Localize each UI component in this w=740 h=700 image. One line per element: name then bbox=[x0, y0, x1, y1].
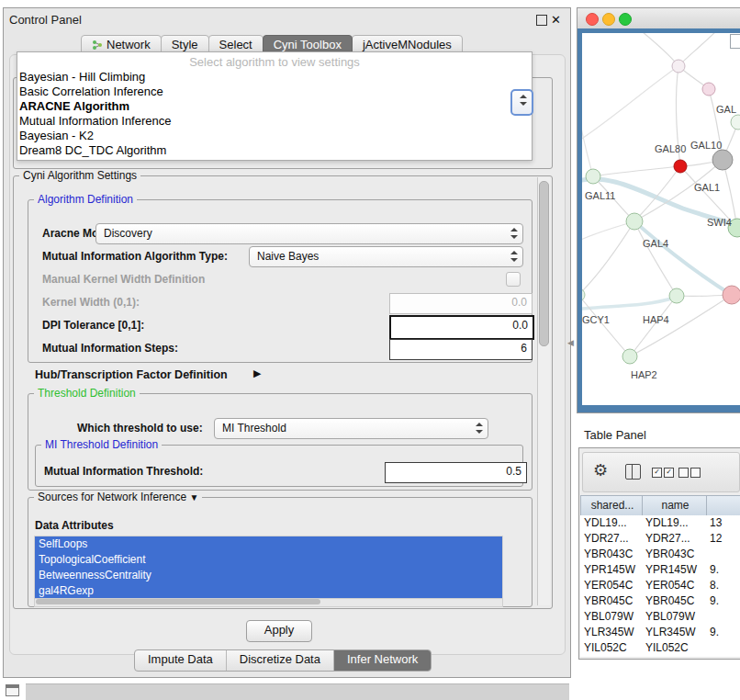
table-row[interactable]: YDR27...YDR27...12 bbox=[580, 531, 740, 547]
graph-node[interactable] bbox=[582, 288, 585, 301]
algorithm-option[interactable]: Bayesian - Hill Climbing bbox=[17, 70, 532, 85]
table-cell: YBR045C bbox=[580, 593, 642, 609]
table-cell: YER054C bbox=[642, 578, 706, 593]
node-label: GAL11 bbox=[585, 190, 615, 201]
node-label: SWI4 bbox=[707, 217, 732, 228]
control-panel-titlebar[interactable]: Control Panel ✕ bbox=[4, 8, 570, 30]
algorithm-option[interactable]: Dream8 DC_TDC Algorithm bbox=[17, 143, 532, 158]
table-row[interactable]: YER054CYER054C8. bbox=[580, 578, 740, 593]
table-cell: 13 bbox=[706, 515, 740, 531]
manual-kernel-checkbox[interactable] bbox=[506, 272, 521, 287]
graph-node[interactable] bbox=[672, 60, 685, 73]
dpi-tolerance-field[interactable]: 0.0 bbox=[389, 315, 534, 340]
kernel-width-field[interactable]: 0.0 bbox=[389, 293, 533, 314]
table-row[interactable]: YBL079WYBL079W bbox=[580, 609, 740, 625]
graph-node[interactable] bbox=[712, 150, 733, 170]
aracne-mode-select[interactable]: Discovery bbox=[95, 223, 523, 244]
graph-node[interactable] bbox=[669, 288, 684, 303]
table-cell: 9. bbox=[706, 562, 740, 578]
birdseye-toggle-icon[interactable] bbox=[730, 34, 740, 49]
unchecked-box-icon bbox=[690, 468, 701, 478]
algorithm-option-selected[interactable]: ARACNE Algorithm bbox=[17, 99, 532, 114]
mi-steps-label: Mutual Information Steps: bbox=[42, 342, 178, 355]
select-all-columns-icon[interactable]: ✓✓ bbox=[652, 468, 674, 478]
panel-divider-handle[interactable]: ◀ bbox=[567, 338, 574, 347]
graph-edge[interactable] bbox=[582, 221, 634, 295]
bottom-tabs: Impute Data Discretize Data Infer Networ… bbox=[134, 649, 432, 672]
algorithm-option[interactable]: Bayesian - K2 bbox=[17, 129, 532, 143]
graph-node[interactable] bbox=[674, 160, 687, 173]
table-cell: YDL19... bbox=[580, 515, 642, 531]
list-scrollbar-thumb[interactable] bbox=[36, 599, 320, 604]
graph-node[interactable] bbox=[586, 169, 600, 184]
apply-button[interactable]: Apply bbox=[246, 620, 312, 642]
network-canvas-svg[interactable]: GALGAL80GAL10GAL11GAL1SWI4GAL4GCY1HAP4HA… bbox=[582, 33, 740, 405]
column-header-name[interactable]: name bbox=[642, 495, 709, 517]
close-traffic-light-icon[interactable] bbox=[586, 13, 599, 26]
dpi-tolerance-label: DPI Tolerance [0,1]: bbox=[42, 319, 144, 332]
columns-icon[interactable] bbox=[625, 464, 641, 480]
float-window-icon[interactable] bbox=[536, 15, 547, 26]
graph-edge[interactable] bbox=[582, 295, 630, 356]
network-window-titlebar[interactable] bbox=[577, 8, 740, 29]
settings-scrollbar[interactable] bbox=[537, 177, 550, 605]
graph-node[interactable] bbox=[622, 349, 637, 364]
graph-edge[interactable] bbox=[582, 66, 678, 143]
table-cell: YBL079W bbox=[580, 609, 642, 625]
which-threshold-select[interactable]: MI Threshold bbox=[214, 418, 488, 439]
algorithm-option[interactable]: Mutual Information Inference bbox=[17, 114, 532, 129]
mi-type-value: Naive Bayes bbox=[257, 250, 319, 263]
table-cell: 9. bbox=[706, 593, 740, 609]
expand-right-icon[interactable]: ▶ bbox=[253, 367, 261, 379]
graph-edge[interactable] bbox=[634, 221, 734, 297]
graph-node[interactable] bbox=[723, 286, 740, 304]
aracne-mode-value: Discovery bbox=[104, 227, 152, 240]
graph-edge[interactable] bbox=[593, 166, 680, 176]
table-row[interactable]: YIL052CYIL052C bbox=[580, 640, 740, 656]
list-item[interactable]: gal4RGexp bbox=[35, 583, 502, 599]
gear-icon[interactable]: ⚙ bbox=[593, 460, 608, 480]
tab-infer-network[interactable]: Infer Network bbox=[333, 650, 431, 671]
settings-scrollbar-thumb[interactable] bbox=[539, 181, 549, 346]
column-header-shared-name[interactable]: shared... bbox=[580, 495, 645, 517]
table-row[interactable]: YPR145WYPR145W9. bbox=[580, 562, 740, 578]
list-item[interactable]: SelfLoops bbox=[35, 536, 502, 552]
graph-edge[interactable] bbox=[678, 33, 720, 66]
mi-type-select[interactable]: Naive Bayes bbox=[249, 246, 523, 267]
graph-edge[interactable] bbox=[582, 298, 675, 310]
table-row[interactable]: YBR043CYBR043C bbox=[580, 547, 740, 562]
graph-edge[interactable] bbox=[634, 166, 680, 221]
minimized-panel-icon[interactable] bbox=[6, 684, 19, 696]
graph-node[interactable] bbox=[626, 213, 643, 230]
algorithm-definition-title: Algorithm Definition bbox=[34, 193, 137, 206]
table-row[interactable]: YLR345WYLR345W9. bbox=[580, 625, 740, 640]
algorithm-combo-stepper[interactable] bbox=[510, 89, 533, 116]
table-cell: YLR345W bbox=[642, 625, 706, 640]
zoom-traffic-light-icon[interactable] bbox=[619, 13, 632, 26]
collapse-down-icon[interactable]: ▼ bbox=[189, 492, 198, 502]
table-cell: YDL19... bbox=[642, 515, 706, 531]
close-icon[interactable]: ✕ bbox=[551, 14, 561, 26]
table-row[interactable]: YDL19...YDL19...13 bbox=[580, 515, 740, 531]
minimize-traffic-light-icon[interactable] bbox=[602, 13, 615, 26]
mi-steps-field[interactable]: 6 bbox=[389, 339, 533, 360]
list-horizontal-scrollbar[interactable] bbox=[34, 598, 503, 607]
table-cell: YDR27... bbox=[642, 531, 706, 547]
tab-impute-data[interactable]: Impute Data bbox=[135, 650, 226, 671]
algorithm-option[interactable]: Basic Correlation Inference bbox=[17, 85, 532, 99]
deselect-all-columns-icon[interactable] bbox=[678, 468, 701, 478]
list-item[interactable]: BetweennessCentrality bbox=[35, 568, 502, 583]
list-item[interactable]: TopologicalCoefficient bbox=[35, 552, 502, 568]
node-label: GAL10 bbox=[690, 140, 722, 151]
tab-discretize-data[interactable]: Discretize Data bbox=[226, 650, 333, 671]
graph-edge[interactable] bbox=[637, 33, 678, 66]
graph-edge[interactable] bbox=[634, 221, 677, 296]
table-cell: YER054C bbox=[580, 578, 642, 593]
graph-node[interactable] bbox=[702, 83, 715, 96]
column-header-partial[interactable] bbox=[706, 495, 740, 517]
table-cell: 8. bbox=[706, 578, 740, 593]
which-threshold-value: MI Threshold bbox=[222, 422, 286, 435]
graph-node[interactable] bbox=[731, 115, 740, 130]
table-row[interactable]: YBR045CYBR045C9. bbox=[580, 593, 740, 609]
mi-threshold-field[interactable]: 0.5 bbox=[385, 462, 527, 483]
